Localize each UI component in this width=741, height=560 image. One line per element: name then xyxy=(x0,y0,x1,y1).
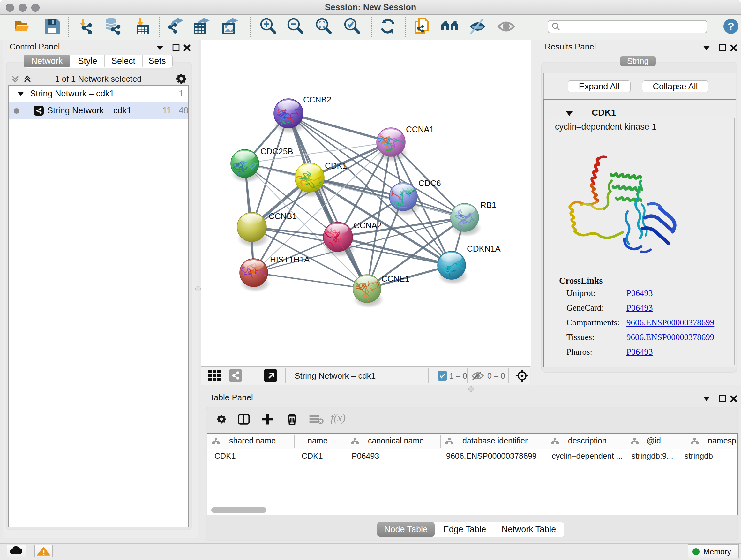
svg-text:CCNA2: CCNA2 xyxy=(354,221,382,230)
svg-text:RB1: RB1 xyxy=(480,200,496,210)
svg-text:CDKN1A: CDKN1A xyxy=(467,244,501,253)
svg-text:CCNA1: CCNA1 xyxy=(406,125,434,134)
svg-text:CDK1: CDK1 xyxy=(325,161,347,171)
svg-text:HIST1H1A: HIST1H1A xyxy=(270,255,310,264)
svg-text:CCNB1: CCNB1 xyxy=(269,211,297,221)
svg-text:CCNB2: CCNB2 xyxy=(303,95,331,105)
svg-text:CDC6: CDC6 xyxy=(418,179,441,188)
svg-text:CCNE1: CCNE1 xyxy=(381,274,409,284)
svg-text:CDC25B: CDC25B xyxy=(260,146,293,156)
